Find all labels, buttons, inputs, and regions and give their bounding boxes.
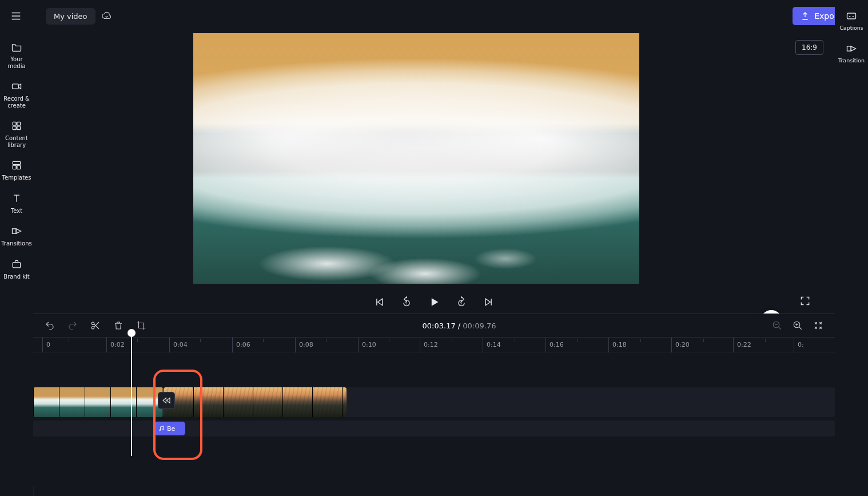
skip-start-button[interactable] xyxy=(372,295,387,309)
split-button[interactable] xyxy=(89,319,102,332)
sidebar-item-captions[interactable]: Captions xyxy=(835,6,868,36)
transition-icon xyxy=(846,43,857,54)
right-sidebar: Captions Transition xyxy=(835,0,868,496)
svg-rect-1 xyxy=(13,122,16,125)
text-icon xyxy=(11,193,22,204)
redo-icon xyxy=(67,320,78,331)
camera-icon xyxy=(11,81,22,92)
back-5-button[interactable]: 5 xyxy=(399,295,414,309)
menu-button[interactable] xyxy=(3,3,29,29)
ruler-tick-major: 0:20 xyxy=(671,338,690,352)
sidebar-item-brand-kit[interactable]: Brand kit xyxy=(0,254,33,285)
project-title[interactable]: My video xyxy=(46,8,95,25)
player-controls: 5 5 xyxy=(33,291,835,314)
zoom-out-button[interactable] xyxy=(771,319,783,332)
audio-clip[interactable]: Be xyxy=(154,422,185,435)
ruler-tick-major: 0:12 xyxy=(420,338,438,352)
ruler-tick-minor xyxy=(137,339,138,342)
upload-icon xyxy=(801,11,810,21)
svg-rect-8 xyxy=(13,229,17,233)
sidebar-item-templates[interactable]: Templates xyxy=(0,155,33,186)
ruler-tick-major: 0:16 xyxy=(546,338,564,352)
svg-rect-3 xyxy=(13,126,16,130)
video-clip-2[interactable] xyxy=(164,387,347,417)
library-icon xyxy=(11,120,22,132)
skip-end-button[interactable] xyxy=(481,295,496,309)
undo-button[interactable] xyxy=(43,319,56,332)
ruler-tick-major: 0:04 xyxy=(169,338,188,352)
fullscreen-button[interactable] xyxy=(795,291,815,311)
video-preview[interactable] xyxy=(193,33,639,284)
current-time: 00:03.17 xyxy=(423,322,456,330)
sidebar-item-transitions[interactable]: Transitions xyxy=(0,221,33,252)
svg-text:5: 5 xyxy=(405,301,408,305)
svg-rect-4 xyxy=(17,126,21,130)
svg-rect-11 xyxy=(847,46,851,51)
redo-button[interactable] xyxy=(66,319,79,332)
templates-icon xyxy=(11,160,22,171)
sidebar-item-label: Transitions xyxy=(1,240,32,247)
music-note-icon xyxy=(158,425,165,432)
zoom-controls xyxy=(771,319,825,332)
zoom-fit-button[interactable] xyxy=(812,319,825,332)
rewind-5-icon: 5 xyxy=(401,296,412,308)
sidebar-item-label: Transition xyxy=(836,58,867,64)
sidebar-item-label: Text xyxy=(1,208,32,215)
sidebar-item-label: Your media xyxy=(1,56,32,69)
svg-rect-0 xyxy=(13,84,19,89)
svg-rect-10 xyxy=(847,13,856,19)
ruler-tick-minor xyxy=(765,339,766,342)
sidebar-item-transition[interactable]: Transition xyxy=(835,38,868,69)
sidebar-item-your-media[interactable]: Your media xyxy=(0,37,33,74)
svg-rect-5 xyxy=(13,161,20,164)
timeline-tracks: Be xyxy=(33,353,835,456)
audio-clip-label: Be xyxy=(167,425,175,432)
svg-point-18 xyxy=(160,430,161,431)
crop-button[interactable] xyxy=(135,319,148,332)
delete-button[interactable] xyxy=(112,319,125,332)
sidebar-item-record-create[interactable]: Record & create xyxy=(0,76,33,113)
trash-icon xyxy=(113,320,124,331)
hamburger-icon xyxy=(10,10,22,22)
timeline-ruler[interactable]: 00:020:040:060:080:100:120:140:160:180:2… xyxy=(32,338,835,353)
ruler-tick-minor xyxy=(578,339,578,342)
timeline-panel: 00:03.17 / 00:09.76 00:020:040:060:080:1… xyxy=(33,314,835,486)
svg-rect-6 xyxy=(13,165,16,169)
svg-rect-9 xyxy=(13,262,20,267)
ruler-tick-major: 0:02 xyxy=(106,338,125,352)
crop-icon xyxy=(136,320,146,331)
captions-icon xyxy=(846,10,857,22)
total-time: 00:09.76 xyxy=(463,322,496,330)
skip-end-icon xyxy=(483,296,495,308)
ruler-tick-major: 0:18 xyxy=(608,338,627,352)
play-button[interactable] xyxy=(427,295,441,309)
zoom-out-icon xyxy=(772,320,782,331)
svg-text:5: 5 xyxy=(460,301,463,305)
sidebar-item-content-library[interactable]: Content library xyxy=(0,116,33,153)
audio-track[interactable]: Be xyxy=(33,420,835,437)
briefcase-icon xyxy=(11,259,22,270)
sync-status-icon[interactable] xyxy=(101,11,112,21)
ruler-tick-minor xyxy=(263,339,264,342)
play-icon xyxy=(428,296,440,308)
ruler-tick-minor xyxy=(389,339,389,342)
ruler-tick-minor xyxy=(200,339,201,342)
zoom-in-button[interactable] xyxy=(791,319,804,332)
transitions-icon xyxy=(11,225,22,237)
undo-icon xyxy=(45,320,55,331)
ruler-tick-major: 0:06 xyxy=(232,338,250,352)
transition-marker[interactable] xyxy=(158,392,175,409)
video-clip-1[interactable] xyxy=(33,387,164,417)
aspect-ratio-button[interactable]: 16:9 xyxy=(795,40,823,55)
sidebar-item-label: Brand kit xyxy=(1,273,32,280)
forward-5-icon: 5 xyxy=(456,296,467,308)
sidebar-item-label: Content library xyxy=(1,135,32,148)
video-track[interactable] xyxy=(33,387,835,417)
playhead[interactable] xyxy=(131,334,132,456)
zoom-in-icon xyxy=(793,320,803,331)
ruler-tick-major: 0: xyxy=(794,338,804,352)
sidebar-item-text[interactable]: Text xyxy=(0,188,33,219)
forward-5-button[interactable]: 5 xyxy=(454,295,469,309)
ruler-tick-major: 0 xyxy=(42,338,50,352)
ruler-tick-minor xyxy=(326,339,327,342)
